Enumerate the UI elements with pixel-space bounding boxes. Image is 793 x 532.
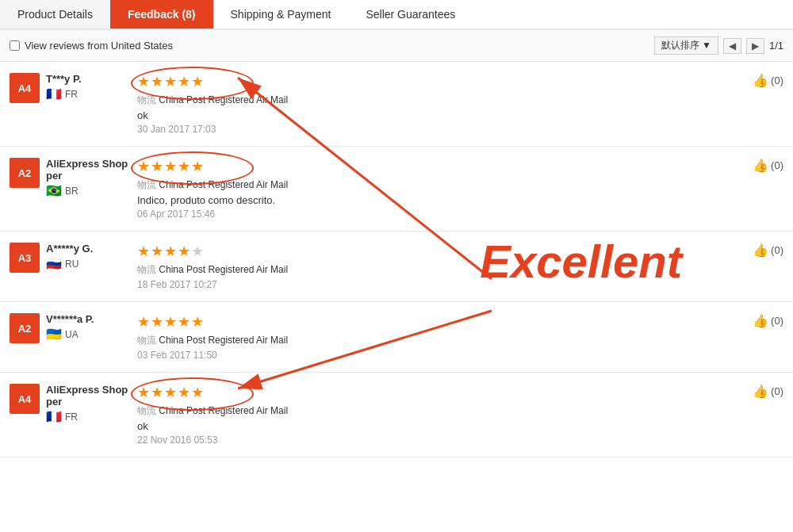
tab-feedback[interactable]: Feedback (8) (110, 0, 213, 29)
star-rating: ★★★★★ (137, 243, 204, 260)
user-country: 🇫🇷FR (46, 409, 129, 424)
logistics-info: 物流 China Post Registered Air Mail (137, 94, 743, 107)
review-date: 22 Nov 2016 05:53 (137, 434, 743, 446)
review-item: A2AliExpress Shopper🇧🇷BR★★★★★物流 China Po… (0, 147, 793, 232)
star-icon: ★ (164, 243, 177, 260)
review-text: ok (137, 420, 743, 432)
next-page-button[interactable]: ▶ (746, 38, 764, 54)
tab-seller[interactable]: Seller Guarantees (348, 0, 473, 29)
review-item: A4AliExpress Shopper🇫🇷FR★★★★★物流 China Po… (0, 373, 793, 457)
review-content: ★★★★★物流 China Post Registered Air MailIn… (137, 158, 743, 220)
thumbs-up[interactable]: 👍(0) (743, 73, 783, 88)
star-rating: ★★★★★ (137, 158, 204, 175)
thumbs-up-icon: 👍 (753, 158, 768, 173)
user-name: V******a P. (46, 313, 129, 325)
thumbs-count: (0) (771, 159, 783, 171)
user-country: 🇷🇺RU (46, 256, 129, 271)
star-icon: ★ (137, 384, 150, 401)
country-code: FR (65, 411, 78, 423)
user-country: 🇫🇷FR (46, 86, 129, 101)
stars-row: ★★★★★ (137, 243, 743, 260)
user-info: AliExpress Shopper🇧🇷BR (46, 158, 129, 198)
country-code: UA (65, 329, 79, 340)
review-date: 18 Feb 2017 10:27 (137, 279, 743, 290)
review-date: 03 Feb 2017 11:50 (137, 350, 743, 361)
star-icon: ★ (191, 158, 204, 175)
review-item: A2V******a P.🇺🇦UA★★★★★物流 China Post Regi… (0, 302, 793, 373)
thumbs-count: (0) (771, 385, 783, 397)
logistics-info: 物流 China Post Registered Air Mail (137, 404, 743, 418)
star-icon: ★ (178, 384, 190, 401)
thumbs-up[interactable]: 👍(0) (743, 313, 783, 328)
star-icon: ★ (137, 73, 150, 90)
country-code: FR (65, 89, 78, 100)
user-name: T***y P. (46, 73, 129, 85)
user-info: A*****y G.🇷🇺RU (46, 243, 129, 271)
tab-shipping[interactable]: Shipping & Payment (213, 0, 349, 29)
thumbs-up[interactable]: 👍(0) (743, 384, 783, 399)
review-date: 06 Apr 2017 15:46 (137, 209, 743, 220)
logistics-info: 物流 China Post Registered Air Mail (137, 178, 743, 192)
review-item: A3A*****y G.🇷🇺RU★★★★★物流 China Post Regis… (0, 232, 793, 302)
country-flag: 🇷🇺 (46, 256, 62, 271)
star-icon: ★ (191, 384, 204, 401)
country-flag: 🇫🇷 (46, 86, 62, 101)
star-icon: ★ (178, 158, 190, 175)
user-name: A*****y G. (46, 243, 129, 255)
star-rating: ★★★★★ (137, 313, 204, 331)
country-flag: 🇺🇦 (46, 327, 62, 342)
user-country: 🇧🇷BR (46, 183, 129, 198)
user-info: AliExpress Shopper🇫🇷FR (46, 384, 129, 424)
thumbs-count: (0) (771, 315, 783, 327)
review-text: Indico, produto como descrito. (137, 194, 743, 206)
thumbs-up[interactable]: 👍(0) (743, 243, 783, 258)
star-icon: ★ (164, 313, 177, 331)
topbar: View reviews from United States 默认排序 ▼ ◀… (0, 30, 793, 62)
star-icon: ★ (164, 73, 177, 90)
star-icon: ★ (151, 73, 163, 90)
star-icon: ★ (191, 313, 204, 331)
prev-page-button[interactable]: ◀ (723, 38, 741, 54)
star-icon: ★ (151, 313, 163, 331)
star-icon: ★ (191, 243, 204, 260)
avatar: A4 (10, 73, 40, 103)
reviews-list: A4T***y P.🇫🇷FR★★★★★物流 China Post Registe… (0, 62, 793, 457)
star-icon: ★ (178, 243, 190, 260)
review-content: ★★★★★物流 China Post Registered Air Mail18… (137, 243, 743, 290)
star-icon: ★ (151, 384, 163, 401)
star-icon: ★ (191, 73, 204, 90)
avatar: A2 (10, 158, 40, 188)
thumbs-up-icon: 👍 (753, 243, 768, 258)
user-info: T***y P.🇫🇷FR (46, 73, 129, 101)
star-rating: ★★★★★ (137, 384, 204, 401)
thumbs-up[interactable]: 👍(0) (743, 158, 783, 173)
tab-product-details[interactable]: Product Details (0, 0, 110, 29)
stars-row: ★★★★★ (137, 158, 743, 175)
thumbs-up-icon: 👍 (753, 73, 768, 88)
logistics-info: 物流 China Post Registered Air Mail (137, 263, 743, 277)
stars-row: ★★★★★ (137, 73, 743, 90)
tabs-bar: Product DetailsFeedback (8)Shipping & Pa… (0, 0, 793, 30)
review-date: 30 Jan 2017 17:03 (137, 124, 743, 135)
sort-button[interactable]: 默认排序 ▼ (654, 36, 718, 55)
country-flag: 🇧🇷 (46, 183, 62, 198)
star-icon: ★ (137, 158, 150, 175)
stars-row: ★★★★★ (137, 313, 743, 331)
review-content: ★★★★★物流 China Post Registered Air Mailok… (137, 384, 743, 446)
star-icon: ★ (137, 313, 150, 331)
star-icon: ★ (178, 73, 190, 90)
avatar: A3 (10, 243, 40, 273)
review-item: A4T***y P.🇫🇷FR★★★★★物流 China Post Registe… (0, 62, 793, 147)
user-name: AliExpress Shopper (46, 158, 129, 182)
review-content: ★★★★★物流 China Post Registered Air Mailok… (137, 73, 743, 135)
user-country: 🇺🇦UA (46, 327, 129, 342)
filter-checkbox[interactable] (10, 40, 20, 51)
star-icon: ★ (151, 243, 163, 260)
thumbs-count: (0) (771, 75, 783, 86)
review-text: ok (137, 109, 743, 121)
star-icon: ★ (164, 384, 177, 401)
country-code: BR (65, 186, 79, 197)
avatar: A4 (10, 384, 40, 414)
avatar: A2 (10, 313, 40, 343)
star-icon: ★ (178, 313, 190, 331)
